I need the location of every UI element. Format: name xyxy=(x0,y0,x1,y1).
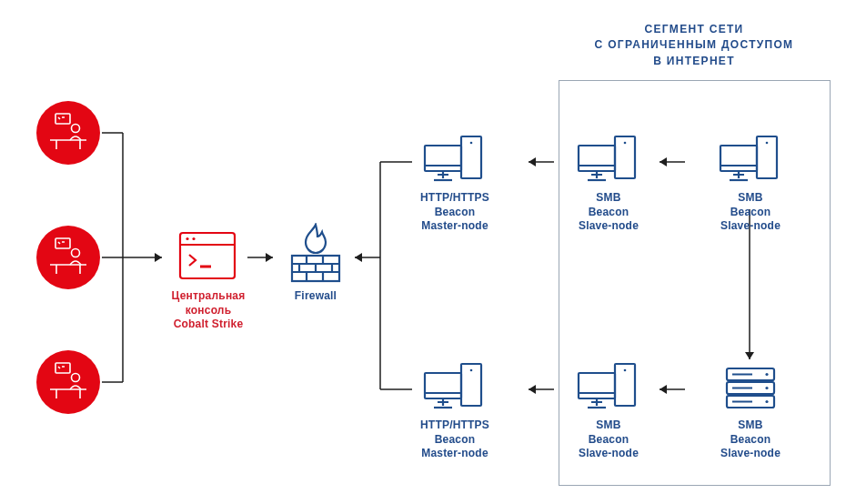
svg-rect-26 xyxy=(720,146,757,171)
smb-node-bottom-left-label: SMB Beacon Slave-node xyxy=(571,418,646,461)
svg-marker-6 xyxy=(155,253,162,262)
svg-rect-23 xyxy=(579,146,615,171)
firewall-icon xyxy=(287,223,345,288)
smb-node-top-left-icon xyxy=(575,135,640,189)
segment-title-line1: СЕГМЕНТ СЕТИ xyxy=(644,23,743,35)
console-label-line3: Cobalt Strike xyxy=(174,318,244,330)
segment-title: СЕГМЕНТ СЕТИ С ОГРАНИЧЕННЫМ ДОСТУПОМ В И… xyxy=(571,22,817,69)
smb-server-bottom-right-label: SMB Beacon Slave-node xyxy=(713,418,788,461)
svg-marker-9 xyxy=(529,157,536,166)
firewall-label: Firewall xyxy=(284,289,347,304)
console-label: Центральная консоль Cobalt Strike xyxy=(166,289,250,332)
smb-server-bottom-right-icon xyxy=(724,366,777,415)
svg-point-16 xyxy=(192,237,195,240)
svg-rect-20 xyxy=(425,146,461,171)
svg-rect-32 xyxy=(579,373,615,398)
console-label-line2: консоль xyxy=(186,304,232,317)
svg-point-31 xyxy=(624,369,627,372)
svg-point-28 xyxy=(470,369,473,372)
svg-marker-12 xyxy=(529,385,536,394)
svg-point-15 xyxy=(186,237,188,240)
master-node-top-label: HTTP/HTTPS Beacon Master-node xyxy=(417,191,493,234)
master-node-bottom-icon xyxy=(421,362,487,417)
master-node-top-icon xyxy=(421,135,487,189)
svg-point-25 xyxy=(766,142,769,145)
svg-point-37 xyxy=(765,387,768,389)
svg-point-19 xyxy=(470,142,473,145)
smb-node-top-right-icon xyxy=(717,135,782,189)
svg-point-36 xyxy=(765,373,768,376)
svg-point-22 xyxy=(624,142,627,145)
smb-node-top-right-label: SMB Beacon Slave-node xyxy=(713,191,788,234)
svg-rect-29 xyxy=(425,373,461,398)
master-node-bottom-label: HTTP/HTTPS Beacon Master-node xyxy=(417,418,493,461)
segment-title-line3: В ИНТЕРНЕТ xyxy=(653,55,735,67)
smb-node-bottom-left-icon xyxy=(575,362,640,417)
svg-point-38 xyxy=(765,400,768,403)
svg-marker-7 xyxy=(266,253,273,262)
smb-node-top-left-label: SMB Beacon Slave-node xyxy=(571,191,646,234)
console-icon xyxy=(177,230,237,285)
console-label-line1: Центральная xyxy=(172,289,246,302)
svg-marker-8 xyxy=(355,253,362,262)
segment-title-line2: С ОГРАНИЧЕННЫМ ДОСТУПОМ xyxy=(595,38,794,51)
diagram-stage: Центральная консоль Cobalt Strike Firewa… xyxy=(0,0,856,504)
